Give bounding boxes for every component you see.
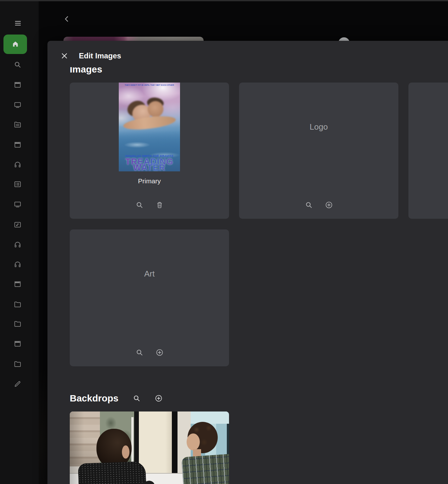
images-heading-clip: Images bbox=[70, 67, 170, 76]
backdrops-section-heading: Backdrops bbox=[70, 392, 118, 404]
backdrop-image bbox=[70, 411, 229, 484]
plus-circle-icon bbox=[155, 394, 163, 402]
sidebar-item-collections[interactable] bbox=[14, 121, 22, 129]
sidebar-item-movies-3[interactable] bbox=[14, 280, 22, 288]
poster-art-arms bbox=[123, 114, 176, 132]
back-button[interactable] bbox=[63, 14, 70, 24]
sidebar-item-metadata-editor[interactable] bbox=[14, 380, 22, 388]
movies-clapper-icon bbox=[14, 280, 22, 288]
sidebar-item-folder-1[interactable] bbox=[14, 300, 22, 309]
sidebar-item-movies-1[interactable] bbox=[14, 81, 22, 89]
sidebar-item-music-2[interactable] bbox=[14, 240, 22, 249]
sidebar bbox=[0, 1, 39, 484]
sidebar-item-folder-2[interactable] bbox=[14, 320, 22, 328]
screen: Edit Images Images THEY DIDN'T FIT IN UN… bbox=[0, 0, 448, 484]
search-primary-image-button[interactable] bbox=[135, 201, 144, 209]
poster-art-face-right bbox=[148, 101, 164, 117]
images-section-heading: Images bbox=[70, 67, 170, 75]
trash-icon bbox=[156, 201, 164, 209]
search-backdrops-button[interactable] bbox=[132, 394, 141, 403]
search-logo-image-button[interactable] bbox=[304, 201, 313, 209]
sidebar-item-movies-2[interactable] bbox=[14, 141, 22, 149]
search-art-image-button[interactable] bbox=[135, 348, 144, 357]
search-icon bbox=[14, 61, 22, 69]
sidebar-item-music-videos[interactable] bbox=[14, 221, 22, 229]
close-button[interactable] bbox=[60, 51, 69, 60]
folder-icon bbox=[14, 360, 22, 368]
pencil-icon bbox=[14, 380, 22, 388]
poster-title-line2: WATER bbox=[119, 164, 180, 171]
add-logo-image-button[interactable] bbox=[325, 201, 333, 209]
music-video-icon bbox=[14, 221, 22, 229]
search-icon bbox=[305, 201, 313, 209]
logo-card-actions bbox=[239, 201, 398, 209]
sidebar-item-music-1[interactable] bbox=[14, 160, 22, 169]
logo-placeholder-label: Logo bbox=[239, 83, 398, 171]
movies-clapper-icon bbox=[14, 141, 22, 149]
image-card-logo: Logo bbox=[239, 83, 398, 219]
playlist-list-icon bbox=[14, 180, 22, 188]
image-card-partial bbox=[408, 83, 448, 219]
menu-icon[interactable] bbox=[14, 19, 22, 27]
close-icon bbox=[61, 52, 68, 60]
headphones-icon bbox=[14, 260, 22, 268]
background-backdrop-strip bbox=[63, 37, 204, 41]
headphones-icon bbox=[14, 240, 22, 249]
dialog-title: Edit Images bbox=[79, 51, 121, 60]
add-art-image-button[interactable] bbox=[155, 348, 164, 357]
home-icon bbox=[11, 40, 19, 48]
image-card-art: Art bbox=[70, 229, 229, 366]
tv-monitor-icon bbox=[14, 101, 22, 109]
movies-clapper-icon bbox=[14, 81, 22, 89]
sidebar-item-home[interactable] bbox=[3, 35, 27, 54]
art-card-actions bbox=[70, 348, 229, 357]
art-placeholder-label: Art bbox=[70, 229, 229, 318]
plus-circle-icon bbox=[325, 201, 333, 209]
backdrop-art-shade bbox=[70, 411, 229, 484]
folder-icon bbox=[14, 320, 22, 328]
search-icon bbox=[133, 394, 141, 402]
delete-primary-image-button[interactable] bbox=[155, 201, 164, 209]
image-card-primary: THEY DIDN'T FIT IN UNTIL THEY MET EACH O… bbox=[70, 83, 229, 219]
search-icon bbox=[135, 201, 144, 209]
sidebar-item-folder-3[interactable] bbox=[14, 360, 22, 368]
backdrops-header: Backdrops bbox=[70, 392, 163, 404]
plus-circle-icon bbox=[156, 348, 164, 357]
primary-card-actions bbox=[70, 201, 229, 209]
top-strip bbox=[0, 0, 448, 1]
add-backdrop-button[interactable] bbox=[154, 394, 163, 403]
sidebar-item-tv-1[interactable] bbox=[14, 101, 22, 109]
sidebar-item-tv-2[interactable] bbox=[14, 200, 22, 208]
collections-folder-icon bbox=[14, 121, 22, 129]
primary-poster-image: THEY DIDN'T FIT IN UNTIL THEY MET EACH O… bbox=[119, 83, 180, 171]
folder-icon bbox=[14, 300, 22, 309]
chevron-left-icon bbox=[63, 14, 70, 24]
sidebar-item-search[interactable] bbox=[14, 61, 22, 69]
sidebar-item-music-3[interactable] bbox=[14, 260, 22, 268]
search-icon bbox=[135, 348, 144, 357]
card-label-primary: Primary bbox=[70, 177, 229, 185]
movies-clapper-icon bbox=[14, 340, 22, 348]
sidebar-item-playlists[interactable] bbox=[14, 180, 22, 188]
edit-images-dialog: Edit Images Images THEY DIDN'T FIT IN UN… bbox=[47, 41, 448, 484]
sidebar-item-movies-4[interactable] bbox=[14, 340, 22, 348]
tv-monitor-icon bbox=[14, 200, 22, 208]
headphones-icon bbox=[14, 160, 22, 169]
poster-tagline: THEY DIDN'T FIT IN UNTIL THEY MET EACH O… bbox=[119, 84, 180, 86]
